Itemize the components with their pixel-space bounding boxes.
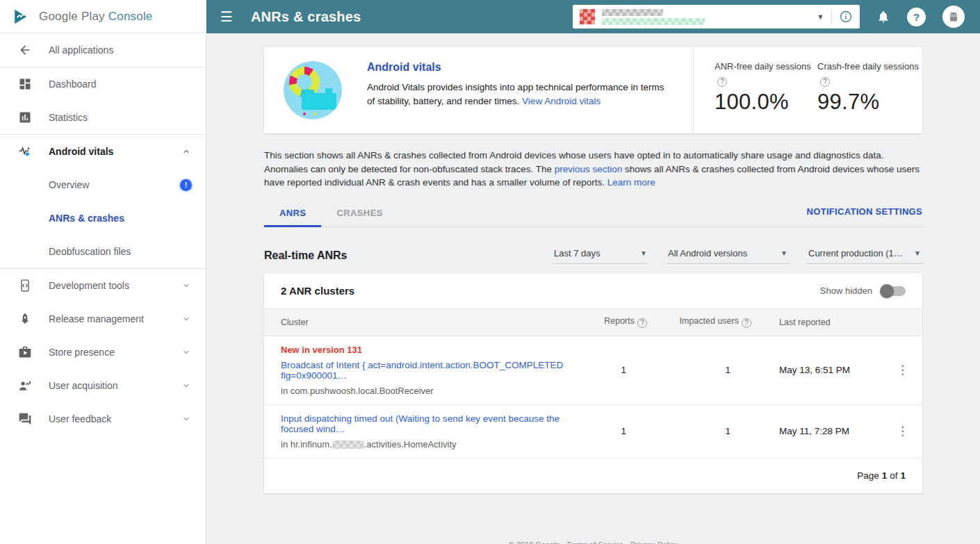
chevron-down-icon bbox=[181, 413, 192, 425]
decorative-dot bbox=[303, 113, 306, 115]
date-range-filter[interactable]: Last 7 days ▼ bbox=[553, 245, 648, 264]
sidebar-item-user-feedback[interactable]: User feedback bbox=[0, 402, 206, 436]
topbar: ☰ ANRs & crashes ▼ ? bbox=[206, 0, 980, 33]
sidebar-item-label: Deobfuscation files bbox=[49, 246, 192, 257]
cluster-count-title: 2 ANR clusters bbox=[281, 285, 354, 297]
crash-free-stat: Crash-free daily sessions? 99.7% bbox=[817, 60, 920, 133]
table-header-row: Cluster Reports? Impacted users? Last re… bbox=[264, 308, 922, 336]
sidebar-item-statistics[interactable]: Statistics bbox=[0, 101, 206, 134]
stat-value: 99.7% bbox=[817, 90, 920, 115]
sidebar: Google Play Console All applications Das… bbox=[0, 0, 206, 544]
cluster-title-link[interactable]: Input dispatching timed out (Waiting to … bbox=[281, 413, 566, 434]
android-vitals-icon bbox=[18, 145, 32, 158]
back-arrow-icon bbox=[18, 43, 32, 57]
stat-label: ANR-free daily sessions? bbox=[714, 60, 817, 87]
sidebar-item-label: Statistics bbox=[49, 112, 192, 123]
statistics-icon bbox=[18, 110, 32, 124]
page-title: ANRs & crashes bbox=[251, 9, 361, 25]
sidebar-item-label: Release management bbox=[49, 313, 181, 324]
redacted-text-block bbox=[602, 9, 663, 16]
development-tools-icon bbox=[18, 279, 32, 292]
sidebar-item-label: Development tools bbox=[49, 280, 181, 291]
help-circle-icon[interactable]: ? bbox=[820, 77, 830, 87]
dropdown-caret-icon: ▼ bbox=[771, 249, 787, 257]
filter-value: Current production (1… bbox=[808, 248, 903, 258]
sidebar-item-development-tools[interactable]: Development tools bbox=[0, 269, 206, 302]
stat-label: Crash-free daily sessions? bbox=[817, 60, 920, 87]
dashboard-icon bbox=[18, 77, 32, 91]
redacted-text-block bbox=[602, 18, 705, 25]
filter-value: Last 7 days bbox=[554, 248, 601, 258]
row-overflow-menu-icon[interactable]: ⋮ bbox=[883, 363, 922, 377]
help-circle-icon[interactable]: ? bbox=[742, 318, 751, 328]
bell-icon bbox=[876, 10, 890, 24]
sidebar-subitem-anrs-crashes[interactable]: ANRs & crashes bbox=[0, 201, 206, 235]
column-header-cluster: Cluster bbox=[264, 318, 578, 327]
sidebar-item-label: User feedback bbox=[49, 413, 181, 425]
help-circle-icon[interactable]: ? bbox=[717, 77, 727, 87]
rocket-icon bbox=[18, 312, 32, 326]
toggle-knob bbox=[880, 284, 894, 298]
sidebar-item-store-presence[interactable]: Store presence bbox=[0, 336, 206, 369]
redacted-text-block bbox=[332, 440, 364, 449]
vitals-description-block: Android vitals Android Vitals provides i… bbox=[361, 47, 693, 133]
cluster-title-link[interactable]: Broadcast of Intent { act=android.intent… bbox=[281, 360, 566, 381]
vitals-description-text: Android Vitals provides insights into ap… bbox=[367, 82, 664, 106]
android-version-filter[interactable]: All Android versions ▼ bbox=[667, 245, 789, 264]
app-version-filter[interactable]: Current production (1… ▼ bbox=[807, 245, 922, 264]
view-android-vitals-link[interactable]: View Android vitals bbox=[522, 96, 601, 106]
notification-settings-button[interactable]: NOTIFICATION SETTINGS bbox=[807, 206, 922, 226]
last-reported-date: May 13, 6:51 PM bbox=[751, 365, 883, 375]
sidebar-item-android-vitals[interactable]: Android vitals bbox=[0, 135, 206, 168]
app-icon-redacted bbox=[580, 9, 595, 24]
decorative-dot bbox=[334, 111, 336, 114]
panel-header: 2 ANR clusters Show hidden bbox=[264, 274, 922, 308]
sidebar-subitem-deobfuscation-files[interactable]: Deobfuscation files bbox=[0, 235, 206, 268]
app-selector-dropdown[interactable]: ▼ bbox=[573, 5, 860, 28]
previous-section-link[interactable]: previous section bbox=[555, 164, 623, 174]
sidebar-item-all-applications[interactable]: All applications bbox=[0, 33, 206, 67]
row-overflow-menu-icon[interactable]: ⋮ bbox=[883, 424, 922, 438]
brand-text: Google Play Console bbox=[39, 10, 153, 24]
learn-more-link[interactable]: Learn more bbox=[607, 177, 655, 188]
pagination-current-page: 1 bbox=[882, 470, 888, 481]
anr-clusters-panel: 2 ANR clusters Show hidden Cluster Repor… bbox=[264, 274, 922, 493]
store-presence-icon bbox=[18, 345, 32, 359]
sidebar-item-label: Dashboard bbox=[49, 79, 192, 90]
impacted-users-count: 1 bbox=[647, 426, 751, 436]
chevron-down-icon bbox=[181, 313, 192, 324]
reports-count: 1 bbox=[578, 365, 647, 375]
pagination-of: of bbox=[890, 470, 897, 481]
sidebar-subitem-overview[interactable]: Overview ! bbox=[0, 168, 206, 201]
help-circle-icon[interactable]: ? bbox=[637, 318, 647, 328]
sidebar-item-label: Overview bbox=[49, 179, 180, 190]
dropdown-caret-icon: ▼ bbox=[630, 249, 647, 257]
sidebar-item-label: All applications bbox=[49, 44, 192, 56]
topbar-right-group: ▼ ? bbox=[573, 5, 965, 28]
show-hidden-toggle[interactable] bbox=[882, 286, 906, 296]
notifications-bell-button[interactable] bbox=[876, 10, 890, 24]
sidebar-item-label: User acquisition bbox=[49, 380, 181, 391]
reports-count: 1 bbox=[578, 426, 647, 436]
google-play-console-logo[interactable]: Google Play Console bbox=[0, 0, 206, 33]
help-button[interactable]: ? bbox=[907, 8, 926, 26]
tabs-bar: ANRS CRASHES NOTIFICATION SETTINGS bbox=[264, 201, 922, 227]
hamburger-menu-icon[interactable]: ☰ bbox=[220, 10, 233, 24]
sidebar-item-user-acquisition[interactable]: User acquisition bbox=[0, 369, 206, 402]
filter-value: All Android versions bbox=[668, 248, 747, 258]
account-avatar[interactable] bbox=[942, 6, 965, 28]
section-info-paragraph: This section shows all ANRs & crashes co… bbox=[264, 149, 922, 190]
play-logo-icon bbox=[13, 8, 31, 26]
sidebar-item-label: Android vitals bbox=[49, 146, 181, 157]
tab-anrs[interactable]: ANRS bbox=[264, 208, 321, 226]
user-acquisition-icon bbox=[18, 379, 32, 393]
decorative-dot bbox=[313, 113, 316, 115]
pagination-total-pages: 1 bbox=[900, 470, 906, 481]
sidebar-item-dashboard[interactable]: Dashboard bbox=[0, 67, 206, 101]
sidebar-item-release-management[interactable]: Release management bbox=[0, 302, 206, 336]
realtime-anrs-heading: Real-time ANRs bbox=[264, 245, 347, 262]
info-icon[interactable] bbox=[839, 10, 853, 24]
tab-crashes[interactable]: CRASHES bbox=[321, 208, 398, 226]
column-header-reports: Reports? bbox=[578, 316, 647, 328]
anr-free-stat: ANR-free daily sessions? 100.0% bbox=[714, 60, 817, 133]
